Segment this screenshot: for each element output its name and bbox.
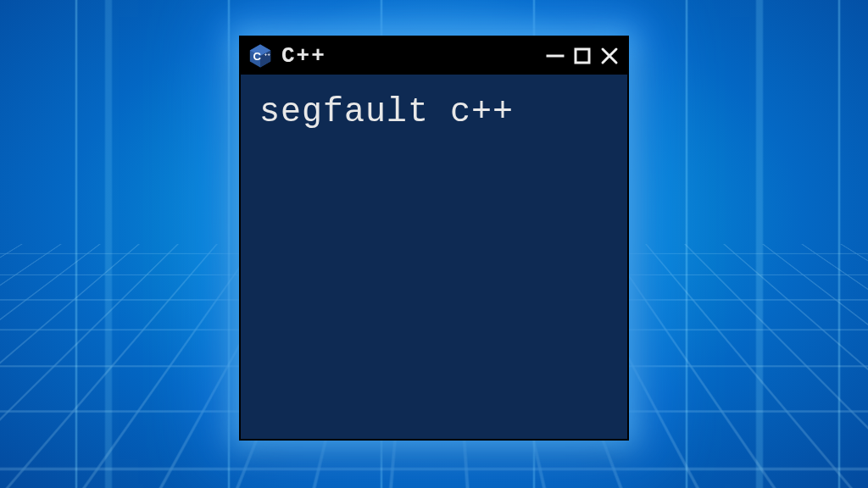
title-bar[interactable]: C + + C++	[241, 37, 627, 75]
terminal-window: C + + C++ segfault c++	[239, 36, 629, 441]
svg-rect-7	[576, 49, 589, 63]
close-icon[interactable]	[600, 47, 619, 65]
window-controls	[546, 47, 619, 65]
terminal-body[interactable]: segfault c++	[241, 75, 627, 150]
maximize-icon[interactable]	[573, 47, 592, 65]
minimize-icon[interactable]	[546, 47, 565, 65]
cpp-logo-icon: C + +	[248, 43, 273, 69]
terminal-output-line: segfault c++	[259, 93, 609, 131]
window-title: C++	[281, 43, 537, 69]
svg-text:C: C	[253, 50, 262, 63]
